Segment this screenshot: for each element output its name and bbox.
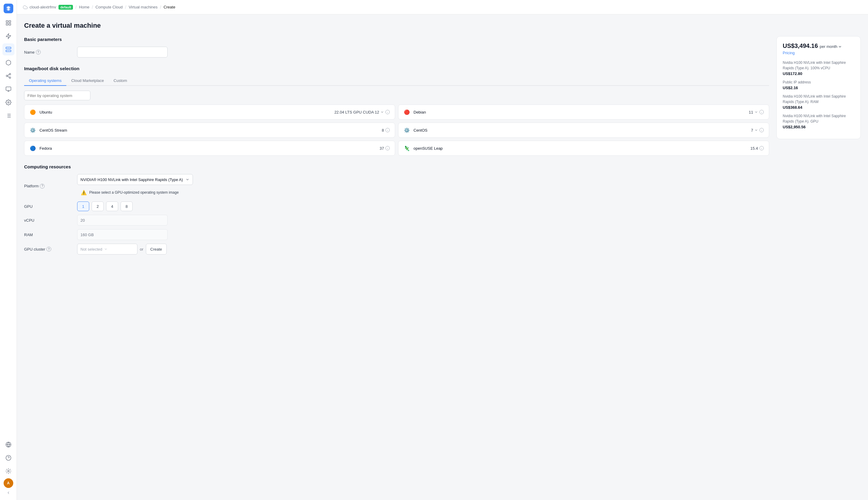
breadcrumb-home[interactable]: Home: [79, 5, 89, 9]
centos-stream-version: 8: [382, 128, 390, 133]
price-period: per month: [820, 44, 842, 49]
os-card-opensuse[interactable]: 🦎 openSUSE Leap 15.4: [398, 141, 769, 156]
sidebar-item-monitor[interactable]: [2, 83, 14, 95]
image-selection-title: Image/boot disk selection: [24, 66, 769, 71]
os-filter-input[interactable]: [24, 91, 90, 100]
tab-cloud-marketplace[interactable]: Cloud Marketplace: [66, 76, 109, 86]
gpu-cluster-row: GPU cluster ? Not selected or Create: [24, 244, 769, 254]
page-content: Create a virtual machine Basic parameter…: [17, 14, 868, 500]
sidebar-item-server[interactable]: [2, 43, 14, 55]
gpu-warning: ⚠️ Please select a GPU-optimized operati…: [77, 188, 193, 198]
or-label: or: [140, 247, 143, 251]
user-avatar[interactable]: A: [4, 478, 13, 488]
env-badge[interactable]: default: [58, 5, 73, 10]
gpu-option-4[interactable]: 4: [106, 202, 118, 211]
create-gpu-cluster-button[interactable]: Create: [146, 244, 167, 254]
price-item-ram-label: Nvidia H100 NVLink with Intel Sapphire R…: [783, 94, 855, 104]
name-input[interactable]: [77, 47, 168, 58]
gpu-cluster-dropdown[interactable]: Not selected: [77, 244, 137, 254]
form-area: Create a virtual machine Basic parameter…: [24, 22, 769, 493]
sidebar-item-help[interactable]: [2, 452, 14, 464]
os-left-ubuntu: 🟠 Ubuntu: [29, 109, 52, 116]
svg-rect-6: [6, 50, 11, 52]
topnav: cloud-alextrfmv default / Home / Compute…: [17, 0, 868, 14]
sidebar-item-box[interactable]: [2, 57, 14, 69]
breadcrumb-sep-3: /: [125, 5, 126, 10]
sidebar-item-globe[interactable]: [2, 439, 14, 451]
svg-point-10: [6, 75, 8, 77]
centos-chevron-icon: [754, 128, 758, 132]
name-help-icon[interactable]: ?: [36, 50, 41, 55]
debian-name: Debian: [413, 110, 426, 114]
price-chevron-icon[interactable]: [838, 45, 842, 49]
platform-help-icon[interactable]: ?: [40, 184, 45, 189]
image-selection-section: Image/boot disk selection Operating syst…: [24, 66, 769, 156]
opensuse-name: openSUSE Leap: [413, 146, 443, 151]
app-logo[interactable]: [4, 4, 13, 13]
breadcrumb-virtual-machines[interactable]: Virtual machines: [129, 5, 158, 9]
svg-marker-4: [6, 34, 11, 39]
os-left-debian: 🔴 Debian: [403, 109, 426, 116]
centos-stream-info-icon[interactable]: [385, 128, 390, 133]
breadcrumb-compute-cloud[interactable]: Compute Cloud: [96, 5, 123, 9]
os-card-centos-stream[interactable]: ⚙️ CentOS Stream 8: [24, 123, 395, 138]
debian-chevron-icon: [754, 110, 758, 114]
warning-text: Please select a GPU-optimized operating …: [89, 190, 179, 195]
gpu-option-8[interactable]: 8: [121, 202, 133, 211]
opensuse-icon: 🦎: [403, 145, 411, 152]
basic-params-title: Basic parameters: [24, 37, 769, 42]
breadcrumb-sep-1: /: [75, 5, 77, 10]
gpu-row: GPU 1 2 4 8: [24, 202, 769, 211]
breadcrumb-sep-2: /: [92, 5, 93, 10]
centos-stream-icon: ⚙️: [29, 126, 36, 134]
tab-operating-systems[interactable]: Operating systems: [24, 76, 66, 86]
sidebar-collapse-button[interactable]: [2, 489, 14, 496]
price-item-gpu: Nvidia H100 NVLink with Intel Sapphire R…: [783, 113, 855, 129]
ubuntu-name: Ubuntu: [40, 110, 52, 114]
sidebar-item-config[interactable]: [2, 465, 14, 477]
ram-row: RAM 160 GB: [24, 229, 769, 240]
os-card-centos[interactable]: ⚙️ CentOS 7: [398, 123, 769, 138]
warning-icon: ⚠️: [81, 190, 87, 195]
ubuntu-icon: 🟠: [29, 109, 36, 116]
price-item-ip: Public IP address US$2.16: [783, 80, 855, 90]
platform-dropdown[interactable]: NVIDIA® H100 NVLink with Intel Sapphire …: [77, 174, 193, 185]
fedora-icon: 🔵: [29, 145, 36, 152]
ram-value: 160 GB: [77, 229, 168, 240]
svg-rect-14: [6, 87, 11, 91]
page-title: Create a virtual machine: [24, 22, 769, 30]
fedora-version: 37: [380, 146, 390, 151]
sidebar-item-settings[interactable]: [2, 96, 14, 109]
sidebar-item-share[interactable]: [2, 70, 14, 82]
price-header: US$3,494.16 per month: [783, 43, 855, 49]
tab-custom[interactable]: Custom: [109, 76, 132, 86]
centos-info-icon[interactable]: [759, 128, 764, 133]
os-card-fedora[interactable]: 🔵 Fedora 37: [24, 141, 395, 156]
gpu-option-2[interactable]: 2: [92, 202, 104, 211]
os-card-ubuntu[interactable]: 🟠 Ubuntu 22.04 LTS GPU CUDA 12: [24, 104, 395, 120]
fedora-info-icon[interactable]: [385, 146, 390, 151]
centos-icon: ⚙️: [403, 126, 411, 134]
sidebar-item-bolt[interactable]: [2, 30, 14, 42]
vcpu-row: vCPU 20: [24, 215, 769, 226]
os-left-opensuse: 🦎 openSUSE Leap: [403, 145, 443, 152]
cloud-name: cloud-alextrfmv: [30, 5, 56, 9]
ubuntu-chevron-icon: [380, 110, 384, 114]
price-item-gpu-value: US$2,950.56: [783, 125, 855, 129]
debian-info-icon[interactable]: [759, 110, 764, 114]
os-left-centos-stream: ⚙️ CentOS Stream: [29, 126, 67, 134]
gpu-option-1[interactable]: 1: [77, 202, 89, 211]
sidebar-item-grid[interactable]: [2, 17, 14, 29]
os-card-debian[interactable]: 🔴 Debian 11: [398, 104, 769, 120]
price-item-vcpu: Nvidia H100 NVLink with Intel Sapphire R…: [783, 60, 855, 76]
ubuntu-version: 22.04 LTS GPU CUDA 12: [334, 110, 390, 114]
breadcrumb-create: Create: [164, 5, 175, 9]
sidebar-item-list[interactable]: [2, 110, 14, 122]
ubuntu-info-icon[interactable]: [385, 110, 390, 114]
pricing-link[interactable]: Pricing: [783, 50, 855, 55]
gpu-cluster-help-icon[interactable]: ?: [46, 247, 51, 251]
svg-rect-2: [6, 23, 8, 25]
sidebar: A: [0, 0, 17, 500]
centos-stream-name: CentOS Stream: [40, 128, 67, 133]
opensuse-info-icon[interactable]: [759, 146, 764, 151]
